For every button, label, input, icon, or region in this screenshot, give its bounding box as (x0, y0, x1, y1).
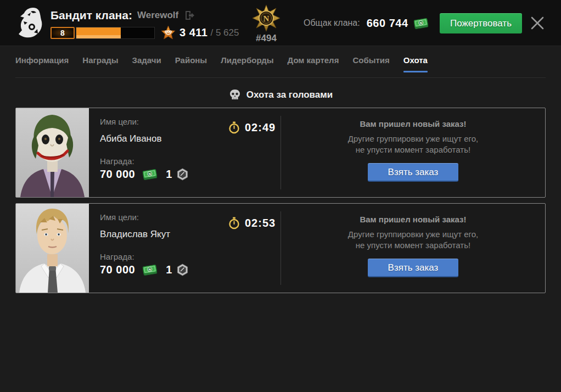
target-name-label: Имя цели: (100, 212, 139, 222)
reward-token-count: 1 (166, 168, 172, 181)
tab-leaderboards[interactable]: Лидерборды (221, 55, 273, 72)
clan-rank: N #494 (250, 4, 283, 44)
take-order-button[interactable]: Взять заказ (368, 259, 458, 277)
target-name: Владислав Якут (100, 229, 170, 240)
clan-wolf-logo-icon (14, 5, 49, 41)
notice-line-2: не упусти момент заработать! (356, 240, 470, 251)
tab-districts[interactable]: Районы (175, 55, 207, 72)
reward-row: 70 000 N 1 (100, 167, 189, 181)
donate-button[interactable]: Пожертвовать (440, 13, 522, 33)
treasury-label: Общак клана: (304, 18, 360, 28)
notice-line-1: Другие группировки уже ищут его, (348, 229, 478, 240)
svg-text:N: N (419, 21, 422, 25)
section-title: Охота за головами (246, 89, 333, 100)
money-icon: N (413, 16, 429, 30)
rank-medallion-icon: N (252, 4, 280, 32)
tab-hunt[interactable]: Охота (403, 55, 428, 72)
token-icon (176, 168, 189, 181)
close-icon[interactable] (530, 16, 545, 30)
treasury-value: 660 744 (367, 17, 408, 30)
active-tab-underline (403, 71, 428, 72)
reward-label: Награда: (100, 252, 134, 261)
skull-icon (228, 88, 242, 102)
svg-text:N: N (148, 172, 151, 176)
level-progress-fill (76, 27, 121, 38)
clan-name: Werewolf (137, 10, 178, 21)
target-name: Абиба Иванов (100, 133, 161, 144)
money-icon: N (142, 167, 158, 181)
target-name-label: Имя цели: (100, 117, 139, 126)
clan-header: Бандит клана: Werewolf 8 3 411 / 5 625 (0, 0, 561, 46)
rank-number: #494 (250, 33, 283, 44)
tab-events[interactable]: События (352, 55, 389, 72)
tab-information[interactable]: Информация (15, 55, 69, 72)
reward-money-value: 70 000 (100, 264, 135, 276)
tab-cartel-house[interactable]: Дом картеля (288, 55, 339, 72)
notice-title: Вам пришел новый заказ! (360, 215, 466, 224)
reward-label: Награда: (100, 156, 134, 166)
bounty-card: Имя цели: Абиба Иванов Награда: 70 000 N… (15, 108, 546, 198)
tab-rewards[interactable]: Награды (82, 55, 118, 72)
notice-line-2: не упусти момент заработать! (356, 144, 470, 155)
tab-tasks[interactable]: Задачи (132, 55, 161, 72)
target-avatar-blond-man (16, 204, 89, 293)
clan-level-badge: 8 (51, 27, 75, 39)
xp-max: / 5 625 (210, 27, 239, 38)
money-icon: N (142, 263, 158, 277)
take-order-button[interactable]: Взять заказ (368, 163, 458, 182)
page-title: Бандит клана: (51, 9, 132, 22)
xp-star-icon (161, 25, 176, 40)
stopwatch-icon (228, 121, 240, 134)
svg-text:N: N (148, 268, 151, 272)
reward-token-count: 1 (166, 264, 172, 276)
tab-bar: Информация Награды Задачи Районы Лидербо… (15, 55, 428, 72)
xp-current: 3 411 (179, 26, 207, 39)
notice-title: Вам пришел новый заказ! (360, 119, 466, 128)
target-avatar-joker (16, 108, 89, 197)
stopwatch-icon (228, 217, 240, 229)
bounty-timer: 02:49 (228, 121, 276, 134)
clan-treasury: Общак клана: 660 744 N (304, 0, 429, 46)
token-icon (176, 264, 189, 276)
timer-value: 02:49 (245, 121, 276, 134)
notice-line-1: Другие группировки уже ищут его, (348, 133, 478, 144)
level-progress-bar (76, 27, 155, 39)
leave-clan-icon[interactable] (184, 10, 195, 21)
reward-money-value: 70 000 (100, 168, 135, 181)
tabs-divider (15, 77, 546, 78)
section-header: Охота за головами (0, 87, 561, 103)
bounty-timer: 02:53 (228, 217, 276, 229)
svg-text:N: N (263, 14, 270, 23)
reward-row: 70 000 N 1 (100, 263, 189, 277)
timer-value: 02:53 (245, 217, 276, 229)
bounty-card: Имя цели: Владислав Якут Награда: 70 000… (15, 203, 546, 293)
